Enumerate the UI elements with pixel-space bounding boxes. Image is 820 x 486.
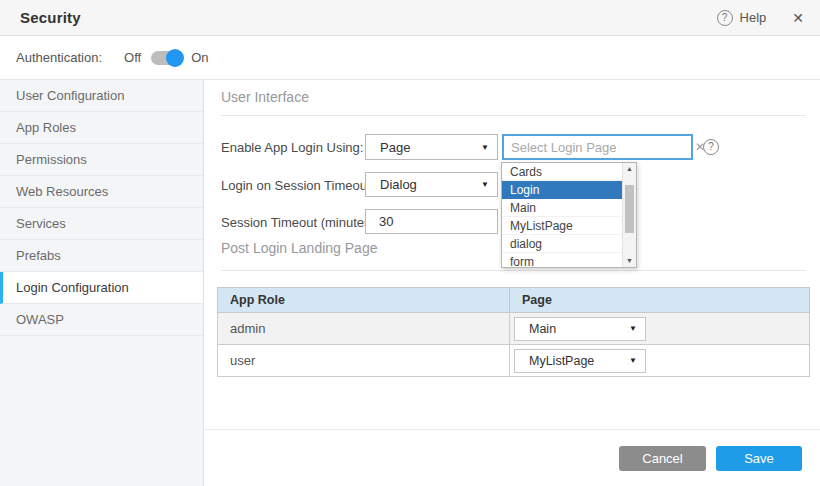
user-page-value: MyListPage — [515, 354, 594, 368]
enable-app-login-select[interactable]: Page ▼ — [365, 134, 498, 160]
sidebar-item-web-resources[interactable]: Web Resources — [0, 176, 203, 208]
chevron-down-icon: ▼ — [629, 356, 645, 365]
settings-sidebar: User Configuration App Roles Permissions… — [0, 80, 204, 486]
app-role-cell: admin — [218, 313, 510, 345]
scroll-down-icon[interactable]: ▼ — [623, 255, 636, 267]
field-help-icon[interactable]: ? — [703, 139, 719, 155]
dropdown-scrollbar[interactable]: ▲ ▼ — [622, 163, 636, 267]
table-row: user MyListPage ▼ — [218, 345, 810, 377]
table-header-row: App Role Page — [218, 288, 810, 313]
cancel-button[interactable]: Cancel — [619, 446, 706, 471]
app-role-cell: user — [218, 345, 510, 377]
column-header-app-role: App Role — [218, 288, 510, 313]
footer-divider — [204, 429, 820, 430]
sidebar-item-permissions[interactable]: Permissions — [0, 144, 203, 176]
sidebar-item-services[interactable]: Services — [0, 208, 203, 240]
chevron-down-icon: ▼ — [481, 143, 497, 152]
sidebar-item-prefabs[interactable]: Prefabs — [0, 240, 203, 272]
scroll-up-icon[interactable]: ▲ — [623, 163, 636, 175]
save-button[interactable]: Save — [716, 446, 802, 471]
security-dialog: Security ? Help ✕ Authentication: Off On… — [0, 0, 820, 486]
authentication-bar: Authentication: Off On — [0, 36, 820, 80]
login-page-search-input[interactable] — [504, 136, 687, 158]
column-header-page: Page — [510, 288, 810, 313]
landing-page-table: App Role Page admin Main ▼ — [217, 287, 810, 377]
page-title: Security — [20, 9, 81, 26]
section-heading-user-interface: User Interface — [221, 89, 806, 116]
session-timeout-label: Session Timeout (minutes): — [221, 215, 379, 230]
dropdown-option-cards[interactable]: Cards — [502, 163, 622, 181]
sidebar-item-app-roles[interactable]: App Roles — [0, 112, 203, 144]
scrollbar-thumb[interactable] — [625, 185, 634, 233]
dropdown-option-dialog[interactable]: dialog — [502, 235, 622, 253]
toggle-off-label: Off — [124, 50, 141, 65]
dropdown-option-login[interactable]: Login — [502, 181, 622, 199]
login-page-dropdown: Cards Login Main MyListPage dialog form … — [501, 162, 637, 268]
login-on-session-timeout-select[interactable]: Dialog ▼ — [365, 172, 498, 197]
enable-app-login-value: Page — [366, 140, 410, 155]
toggle-knob — [166, 49, 184, 67]
admin-page-select[interactable]: Main ▼ — [514, 317, 646, 341]
toggle-on-label: On — [191, 50, 208, 65]
chevron-down-icon: ▼ — [481, 180, 497, 189]
authentication-toggle[interactable] — [151, 51, 181, 65]
authentication-label: Authentication: — [16, 50, 102, 65]
dialog-header: Security ? Help ✕ — [0, 0, 820, 36]
enable-app-login-label: Enable App Login Using: — [221, 140, 363, 155]
help-link[interactable]: Help — [740, 10, 767, 25]
login-on-session-timeout-label: Login on Session Timeout: — [221, 178, 374, 193]
login-on-session-timeout-value: Dialog — [366, 177, 417, 192]
dropdown-option-main[interactable]: Main — [502, 199, 622, 217]
dropdown-option-form[interactable]: form — [502, 253, 622, 268]
help-icon[interactable]: ? — [717, 10, 733, 26]
user-page-select[interactable]: MyListPage ▼ — [514, 349, 646, 373]
table-row: admin Main ▼ — [218, 313, 810, 345]
chevron-down-icon: ▼ — [629, 324, 645, 333]
sidebar-item-login-configuration[interactable]: Login Configuration — [0, 272, 203, 304]
session-timeout-input[interactable] — [365, 209, 498, 234]
dropdown-option-mylistpage[interactable]: MyListPage — [502, 217, 622, 235]
sidebar-item-user-configuration[interactable]: User Configuration — [0, 80, 203, 112]
login-page-picker: ✕ — [502, 134, 693, 160]
close-icon[interactable]: ✕ — [792, 10, 804, 26]
sidebar-item-owasp[interactable]: OWASP — [0, 304, 203, 336]
admin-page-value: Main — [515, 322, 556, 336]
login-configuration-panel: User Interface Enable App Login Using: P… — [204, 80, 820, 486]
